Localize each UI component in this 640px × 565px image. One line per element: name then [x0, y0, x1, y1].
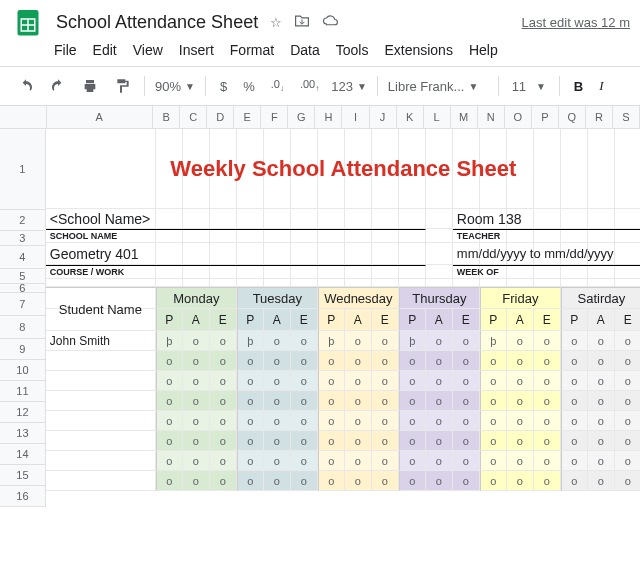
mark-cell[interactable]: o [156, 411, 183, 431]
cell[interactable] [264, 279, 291, 287]
mark-cell[interactable]: o [534, 371, 561, 391]
paint-format-icon[interactable] [106, 74, 138, 98]
mark-cell[interactable]: o [588, 451, 615, 471]
mark-cell[interactable]: o [453, 471, 480, 491]
cell[interactable] [426, 279, 453, 287]
cell[interactable] [399, 279, 426, 287]
col-header[interactable]: D [207, 106, 234, 129]
mark-cell[interactable]: o [156, 471, 183, 491]
row-header[interactable]: 16 [0, 486, 46, 507]
mark-cell[interactable]: o [426, 391, 453, 411]
mark-cell[interactable]: o [291, 391, 318, 411]
menu-file[interactable]: File [46, 38, 85, 62]
mark-cell[interactable]: o [264, 331, 291, 351]
mark-cell[interactable]: o [561, 371, 588, 391]
zoom-selector[interactable]: 90%▼ [151, 77, 199, 96]
cell[interactable] [183, 279, 210, 287]
star-icon[interactable]: ☆ [270, 15, 282, 30]
row-header[interactable]: 6 [0, 284, 46, 293]
menu-view[interactable]: View [125, 38, 171, 62]
mark-cell[interactable]: o [507, 331, 534, 351]
grid[interactable]: Weekly School Attendance Sheet<School Na… [46, 129, 640, 491]
row-header[interactable]: 8 [0, 316, 46, 339]
mark-cell[interactable]: o [210, 471, 237, 491]
mark-cell[interactable]: o [588, 431, 615, 451]
menu-help[interactable]: Help [461, 38, 506, 62]
mark-cell[interactable]: o [426, 331, 453, 351]
mark-cell[interactable]: o [345, 351, 372, 371]
mark-cell[interactable]: o [210, 351, 237, 371]
select-all-corner[interactable] [0, 106, 47, 129]
mark-cell[interactable]: o [318, 391, 345, 411]
mark-cell[interactable]: o [210, 331, 237, 351]
mark-cell[interactable]: o [615, 391, 640, 411]
mark-cell[interactable]: o [588, 471, 615, 491]
menu-extensions[interactable]: Extensions [376, 38, 460, 62]
cell[interactable] [453, 279, 480, 287]
mark-cell[interactable]: o [345, 451, 372, 471]
pae-header[interactable]: P [480, 309, 507, 331]
mark-cell[interactable]: o [399, 451, 426, 471]
mark-cell[interactable]: o [453, 391, 480, 411]
mark-cell[interactable]: o [291, 431, 318, 451]
pae-header[interactable]: A [345, 309, 372, 331]
menu-tools[interactable]: Tools [328, 38, 377, 62]
mark-cell[interactable]: o [237, 411, 264, 431]
mark-cell[interactable]: o [588, 371, 615, 391]
mark-cell[interactable]: o [372, 471, 399, 491]
format-number-selector[interactable]: 123▼ [327, 77, 371, 96]
mark-cell[interactable]: o [399, 431, 426, 451]
mark-cell[interactable]: o [156, 431, 183, 451]
cell[interactable] [426, 209, 453, 229]
mark-cell[interactable]: o [264, 451, 291, 471]
percent-icon[interactable]: % [235, 75, 263, 98]
row-header[interactable]: 7 [0, 293, 46, 316]
menu-edit[interactable]: Edit [85, 38, 125, 62]
mark-cell[interactable]: o [453, 371, 480, 391]
pae-header[interactable]: P [237, 309, 264, 331]
mark-cell[interactable]: þ [399, 331, 426, 351]
mark-cell[interactable]: o [237, 391, 264, 411]
student-cell[interactable] [46, 391, 156, 411]
mark-cell[interactable]: o [426, 411, 453, 431]
mark-cell[interactable]: o [534, 451, 561, 471]
mark-cell[interactable]: o [507, 471, 534, 491]
font-selector[interactable]: Libre Frank...▼ [384, 77, 492, 96]
mark-cell[interactable]: o [534, 431, 561, 451]
mark-cell[interactable]: o [453, 431, 480, 451]
mark-cell[interactable]: o [399, 411, 426, 431]
cell[interactable] [46, 279, 156, 287]
col-header[interactable]: F [261, 106, 288, 129]
day-header[interactable]: Friday [480, 287, 561, 309]
last-edit-link[interactable]: Last edit was 12 m [522, 15, 630, 30]
col-header[interactable]: G [288, 106, 315, 129]
mark-cell[interactable]: o [561, 471, 588, 491]
col-header[interactable]: B [153, 106, 180, 129]
cell[interactable] [210, 279, 237, 287]
menu-insert[interactable]: Insert [171, 38, 222, 62]
cell[interactable] [156, 279, 183, 287]
mark-cell[interactable]: o [237, 351, 264, 371]
student-cell[interactable] [46, 351, 156, 371]
mark-cell[interactable]: o [264, 391, 291, 411]
student-cell[interactable]: John Smith [46, 331, 156, 351]
mark-cell[interactable]: o [561, 431, 588, 451]
row-header[interactable]: 11 [0, 381, 46, 402]
mark-cell[interactable]: þ [237, 331, 264, 351]
row-header[interactable]: 3 [0, 231, 46, 246]
mark-cell[interactable]: o [426, 451, 453, 471]
mark-cell[interactable]: o [345, 431, 372, 451]
print-icon[interactable] [74, 74, 106, 98]
cell[interactable] [588, 279, 615, 287]
col-header[interactable]: H [315, 106, 342, 129]
mark-cell[interactable]: o [183, 371, 210, 391]
menu-format[interactable]: Format [222, 38, 282, 62]
pae-header[interactable]: E [534, 309, 561, 331]
cell[interactable] [615, 279, 640, 287]
school-label[interactable]: SCHOOL NAME [46, 229, 426, 243]
mark-cell[interactable]: o [183, 431, 210, 451]
mark-cell[interactable]: o [507, 391, 534, 411]
redo-icon[interactable] [42, 74, 74, 98]
course-label[interactable]: COURSE / WORK [46, 265, 426, 279]
pae-header[interactable]: P [156, 309, 183, 331]
